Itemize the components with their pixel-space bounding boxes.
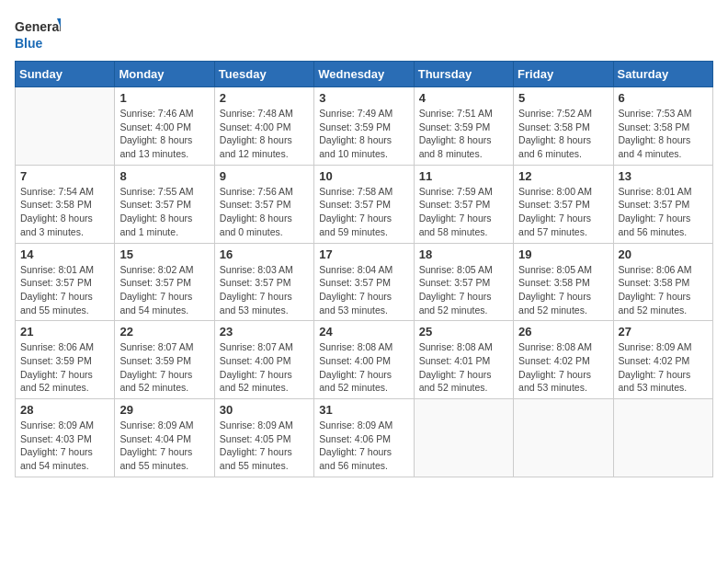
day-cell: 22Sunrise: 8:07 AMSunset: 3:59 PMDayligh… bbox=[115, 321, 214, 399]
day-number: 9 bbox=[220, 169, 309, 183]
day-cell: 25Sunrise: 8:08 AMSunset: 4:01 PMDayligh… bbox=[414, 321, 513, 399]
day-number: 4 bbox=[419, 91, 508, 105]
weekday-header-wednesday: Wednesday bbox=[314, 62, 414, 87]
day-cell: 9Sunrise: 7:56 AMSunset: 3:57 PMDaylight… bbox=[214, 165, 313, 243]
day-number: 6 bbox=[619, 91, 708, 105]
day-number: 28 bbox=[20, 403, 109, 417]
day-number: 30 bbox=[220, 403, 309, 417]
week-row-1: 1Sunrise: 7:46 AMSunset: 4:00 PMDaylight… bbox=[16, 87, 713, 166]
day-number: 25 bbox=[419, 325, 508, 339]
day-number: 29 bbox=[119, 403, 209, 417]
day-cell: 20Sunrise: 8:06 AMSunset: 3:58 PMDayligh… bbox=[613, 243, 712, 321]
day-detail: Sunrise: 8:02 AMSunset: 3:57 PMDaylight:… bbox=[119, 263, 209, 317]
day-number: 12 bbox=[518, 169, 608, 183]
day-cell: 7Sunrise: 7:54 AMSunset: 3:58 PMDaylight… bbox=[16, 165, 115, 243]
day-number: 13 bbox=[619, 169, 708, 183]
day-cell: 29Sunrise: 8:09 AMSunset: 4:04 PMDayligh… bbox=[115, 399, 214, 477]
day-number: 7 bbox=[20, 169, 109, 183]
day-number: 22 bbox=[119, 325, 209, 339]
week-row-3: 14Sunrise: 8:01 AMSunset: 3:57 PMDayligh… bbox=[16, 243, 713, 321]
day-number: 26 bbox=[518, 325, 608, 339]
day-number: 3 bbox=[319, 91, 408, 105]
day-cell: 11Sunrise: 7:59 AMSunset: 3:57 PMDayligh… bbox=[414, 165, 513, 243]
day-detail: Sunrise: 8:01 AMSunset: 3:57 PMDaylight:… bbox=[20, 263, 109, 317]
day-detail: Sunrise: 8:09 AMSunset: 4:06 PMDaylight:… bbox=[319, 419, 408, 473]
day-detail: Sunrise: 7:48 AMSunset: 4:00 PMDaylight:… bbox=[220, 107, 309, 161]
week-row-2: 7Sunrise: 7:54 AMSunset: 3:58 PMDaylight… bbox=[16, 165, 713, 243]
day-cell: 21Sunrise: 8:06 AMSunset: 3:59 PMDayligh… bbox=[16, 321, 115, 399]
day-cell: 13Sunrise: 8:01 AMSunset: 3:57 PMDayligh… bbox=[613, 165, 712, 243]
day-number: 5 bbox=[518, 91, 608, 105]
day-cell: 17Sunrise: 8:04 AMSunset: 3:57 PMDayligh… bbox=[314, 243, 414, 321]
day-cell: 4Sunrise: 7:51 AMSunset: 3:59 PMDaylight… bbox=[414, 87, 513, 166]
day-cell: 14Sunrise: 8:01 AMSunset: 3:57 PMDayligh… bbox=[16, 243, 115, 321]
day-number: 21 bbox=[20, 325, 109, 339]
day-detail: Sunrise: 7:49 AMSunset: 3:59 PMDaylight:… bbox=[319, 107, 408, 161]
day-cell: 31Sunrise: 8:09 AMSunset: 4:06 PMDayligh… bbox=[314, 399, 414, 477]
weekday-header-saturday: Saturday bbox=[613, 62, 712, 87]
day-detail: Sunrise: 8:04 AMSunset: 3:57 PMDaylight:… bbox=[319, 263, 408, 317]
day-detail: Sunrise: 8:07 AMSunset: 3:59 PMDaylight:… bbox=[119, 340, 209, 395]
day-detail: Sunrise: 7:56 AMSunset: 3:57 PMDaylight:… bbox=[220, 185, 309, 239]
day-number: 31 bbox=[319, 403, 408, 417]
weekday-header-sunday: Sunday bbox=[16, 62, 115, 87]
day-cell: 15Sunrise: 8:02 AMSunset: 3:57 PMDayligh… bbox=[115, 243, 214, 321]
day-cell bbox=[16, 87, 115, 166]
weekday-header-tuesday: Tuesday bbox=[214, 62, 313, 87]
day-detail: Sunrise: 8:09 AMSunset: 4:02 PMDaylight:… bbox=[619, 340, 708, 395]
day-cell bbox=[414, 399, 513, 477]
day-detail: Sunrise: 7:51 AMSunset: 3:59 PMDaylight:… bbox=[419, 107, 508, 161]
day-detail: Sunrise: 7:54 AMSunset: 3:58 PMDaylight:… bbox=[20, 185, 109, 239]
day-detail: Sunrise: 8:07 AMSunset: 4:00 PMDaylight:… bbox=[220, 340, 309, 395]
day-detail: Sunrise: 7:58 AMSunset: 3:57 PMDaylight:… bbox=[319, 185, 408, 239]
day-detail: Sunrise: 7:59 AMSunset: 3:57 PMDaylight:… bbox=[419, 185, 508, 239]
day-number: 18 bbox=[419, 247, 508, 261]
day-detail: Sunrise: 7:55 AMSunset: 3:57 PMDaylight:… bbox=[119, 185, 209, 239]
day-number: 15 bbox=[119, 247, 209, 261]
day-detail: Sunrise: 8:06 AMSunset: 3:58 PMDaylight:… bbox=[619, 263, 708, 317]
day-cell: 23Sunrise: 8:07 AMSunset: 4:00 PMDayligh… bbox=[214, 321, 313, 399]
day-number: 11 bbox=[419, 169, 508, 183]
day-detail: Sunrise: 8:05 AMSunset: 3:58 PMDaylight:… bbox=[518, 263, 608, 317]
day-detail: Sunrise: 8:08 AMSunset: 4:02 PMDaylight:… bbox=[518, 340, 608, 395]
day-detail: Sunrise: 8:05 AMSunset: 3:57 PMDaylight:… bbox=[419, 263, 508, 317]
day-number: 20 bbox=[619, 247, 708, 261]
logo-svg: General Blue bbox=[15, 15, 61, 53]
day-number: 14 bbox=[20, 247, 109, 261]
day-detail: Sunrise: 8:01 AMSunset: 3:57 PMDaylight:… bbox=[619, 185, 708, 239]
day-detail: Sunrise: 8:09 AMSunset: 4:04 PMDaylight:… bbox=[119, 419, 209, 473]
day-cell: 5Sunrise: 7:52 AMSunset: 3:58 PMDaylight… bbox=[514, 87, 613, 166]
day-cell: 27Sunrise: 8:09 AMSunset: 4:02 PMDayligh… bbox=[613, 321, 712, 399]
day-cell: 26Sunrise: 8:08 AMSunset: 4:02 PMDayligh… bbox=[514, 321, 613, 399]
day-detail: Sunrise: 7:52 AMSunset: 3:58 PMDaylight:… bbox=[518, 107, 608, 161]
day-number: 16 bbox=[220, 247, 309, 261]
day-cell: 16Sunrise: 8:03 AMSunset: 3:57 PMDayligh… bbox=[214, 243, 313, 321]
day-number: 27 bbox=[619, 325, 708, 339]
day-cell: 18Sunrise: 8:05 AMSunset: 3:57 PMDayligh… bbox=[414, 243, 513, 321]
day-cell: 30Sunrise: 8:09 AMSunset: 4:05 PMDayligh… bbox=[214, 399, 313, 477]
day-number: 19 bbox=[518, 247, 608, 261]
day-cell: 6Sunrise: 7:53 AMSunset: 3:58 PMDaylight… bbox=[613, 87, 712, 166]
day-detail: Sunrise: 8:03 AMSunset: 3:57 PMDaylight:… bbox=[220, 263, 309, 317]
day-cell: 28Sunrise: 8:09 AMSunset: 4:03 PMDayligh… bbox=[16, 399, 115, 477]
week-row-4: 21Sunrise: 8:06 AMSunset: 3:59 PMDayligh… bbox=[16, 321, 713, 399]
day-number: 23 bbox=[220, 325, 309, 339]
day-detail: Sunrise: 8:00 AMSunset: 3:57 PMDaylight:… bbox=[518, 185, 608, 239]
weekday-header-friday: Friday bbox=[514, 62, 613, 87]
day-cell: 12Sunrise: 8:00 AMSunset: 3:57 PMDayligh… bbox=[514, 165, 613, 243]
svg-text:Blue: Blue bbox=[15, 36, 43, 51]
day-detail: Sunrise: 8:08 AMSunset: 4:01 PMDaylight:… bbox=[419, 340, 508, 395]
day-cell bbox=[613, 399, 712, 477]
day-number: 24 bbox=[319, 325, 408, 339]
day-detail: Sunrise: 8:06 AMSunset: 3:59 PMDaylight:… bbox=[20, 340, 109, 395]
day-cell bbox=[514, 399, 613, 477]
day-detail: Sunrise: 8:08 AMSunset: 4:00 PMDaylight:… bbox=[319, 340, 408, 395]
logo: General Blue bbox=[15, 15, 61, 53]
weekday-header-row: SundayMondayTuesdayWednesdayThursdayFrid… bbox=[16, 62, 713, 87]
calendar-table: SundayMondayTuesdayWednesdayThursdayFrid… bbox=[15, 61, 713, 477]
weekday-header-thursday: Thursday bbox=[414, 62, 513, 87]
day-number: 8 bbox=[119, 169, 209, 183]
day-cell: 19Sunrise: 8:05 AMSunset: 3:58 PMDayligh… bbox=[514, 243, 613, 321]
day-number: 1 bbox=[119, 91, 209, 105]
header: General Blue bbox=[15, 15, 713, 53]
